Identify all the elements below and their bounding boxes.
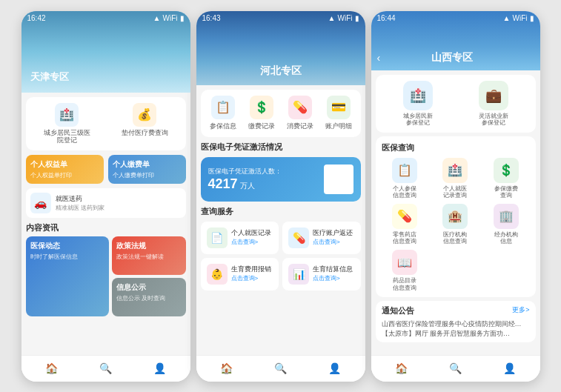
phone1-news-section: 内容资讯 医保动态 时时了解医保信息 政策法规 政策法规一键解读 信息公示 信: [26, 222, 186, 350]
phone1-action-0[interactable]: 🏥 城乡居民三级医院登记: [30, 103, 104, 145]
home-icon: 🏠: [44, 362, 58, 375]
query-sub-1: 点击查询>: [313, 238, 353, 246]
phone2-time: 16:43: [202, 14, 221, 22]
news-item-1[interactable]: 政策法规 政策法规一键解读: [112, 236, 186, 275]
query-item-2[interactable]: 👶 生育费用报销 点击查询>: [201, 258, 279, 290]
p3-icon-box-1: 🏥: [442, 158, 468, 183]
nav-user[interactable]: 👤: [153, 362, 167, 375]
p3-nav-user[interactable]: 👤: [503, 362, 517, 375]
phone3-notice-more[interactable]: 更多>: [512, 305, 529, 316]
query-icon-1: 💊: [288, 227, 309, 248]
menu-icon-2: 💊: [288, 96, 312, 119]
news-sub-2: 信息公示 及时查询: [116, 294, 182, 302]
p3-action-label-1: 灵活就业新参保登记: [479, 113, 508, 127]
phone3-bottom-nav: 🏠 🔍 👤: [371, 355, 540, 382]
search-icon-3: 🔍: [448, 362, 462, 375]
menu-label-2: 消费记录: [287, 122, 313, 131]
p3-action-icon-0: 🏥: [403, 81, 433, 110]
p2-nav-home[interactable]: 🏠: [219, 362, 233, 375]
phone1-body: 🏥 城乡居民三级医院登记 💰 垫付医疗费查询 个人权益单 个人权益单打印 个人缴…: [21, 93, 190, 355]
p2-menu-0[interactable]: 📋 参保信息: [210, 96, 236, 131]
search-icon-2: 🔍: [273, 362, 287, 375]
phone2-icons: ▲ WiFi ▮: [328, 14, 359, 22]
wifi-icon-3: WiFi: [513, 14, 528, 22]
back-button[interactable]: ‹: [377, 52, 381, 64]
home-icon-2: 🏠: [219, 362, 233, 375]
p3-icon-label-3: 零售药店信息查询: [393, 231, 416, 245]
card-yellow-title: 个人权益单: [30, 159, 99, 170]
hospital-icon: 🏥: [55, 103, 79, 127]
phone1-card-yellow[interactable]: 个人权益单 个人权益单打印: [26, 155, 104, 184]
phone3-notice-0: 山西省医疗保险管理服务中心疫情防控期间经…: [382, 319, 530, 329]
phone3-time: 16:44: [377, 14, 396, 22]
p2-menu-1[interactable]: 💲 缴费记录: [248, 96, 275, 131]
card-blue-sub: 个人缴费单打印: [113, 171, 182, 179]
p3-action-icon-1: 💼: [479, 81, 508, 110]
user-icon-2: 👤: [328, 362, 342, 375]
p2-menu-3[interactable]: 💳 账户明细: [325, 96, 352, 131]
news-title-1: 政策法规: [116, 241, 182, 251]
menu-label-3: 账户明细: [325, 122, 352, 131]
phone3-title-bar: ‹ 山西专区: [377, 51, 534, 64]
signal-icon-2: ▲: [328, 14, 336, 22]
p3-icon-box-6: 📖: [392, 250, 417, 275]
banner-unit: 万人: [240, 182, 255, 190]
p3-icon-2[interactable]: 💲 参保缴费查询: [483, 158, 530, 199]
query-text-0: 个人就医记录: [231, 229, 271, 238]
p3-icon-4[interactable]: 🏨 医疗机构信息查询: [432, 204, 479, 245]
p2-nav-user[interactable]: 👤: [328, 362, 342, 375]
nav-home[interactable]: 🏠: [44, 362, 58, 375]
news-title-0: 医保动态: [30, 241, 104, 251]
phone-1: 16:42 ▲ WiFi ▮ 天津专区 🏥 城乡居民三级医院登记 💰 垫付医疗费…: [21, 11, 190, 382]
phone3-query-section: 医保查询 📋 个人参保信息查询 🏥 个人就医记录查询 💲 参保缴费查询: [376, 136, 536, 298]
phone1-news-grid: 医保动态 时时了解医保信息 政策法规 政策法规一键解读 信息公示 信息公示 及时…: [26, 236, 186, 316]
p3-icon-3[interactable]: 💊 零售药店信息查询: [382, 204, 428, 245]
phone1-news-title: 内容资讯: [26, 222, 186, 233]
phone3-icons-grid: 📋 个人参保信息查询 🏥 个人就医记录查询 💲 参保缴费查询 💊 零售药店信息查…: [382, 158, 530, 292]
phone3-query-title: 医保查询: [382, 142, 414, 153]
payment-icon: 💰: [133, 103, 156, 127]
phone2-status-bar: 16:43 ▲ WiFi ▮: [202, 14, 359, 22]
p3-nav-home[interactable]: 🏠: [394, 362, 408, 375]
phone1-action-1[interactable]: 💰 垫付医疗费查询: [108, 103, 182, 145]
nav-search[interactable]: 🔍: [99, 362, 112, 375]
card-yellow-sub: 个人权益单打印: [30, 171, 99, 179]
p3-action-0[interactable]: 🏥 城乡居民新参保登记: [403, 81, 433, 127]
p2-nav-search[interactable]: 🔍: [273, 362, 287, 375]
phone-2: 16:43 ▲ WiFi ▮ 河北专区 📋 参保信息 💲 缴费记录: [196, 11, 365, 382]
menu-icon-3: 💳: [327, 96, 351, 119]
delivery-title: 就医送药: [56, 194, 104, 204]
query-item-1[interactable]: 💊 医疗账户返还 点击查询>: [282, 222, 361, 254]
query-icon-2: 👶: [207, 264, 228, 285]
p3-icon-5[interactable]: 🏢 经办机构信息: [483, 204, 530, 245]
p3-icon-0[interactable]: 📋 个人参保信息查询: [382, 158, 428, 199]
phone1-header: 16:42 ▲ WiFi ▮ 天津专区: [21, 11, 190, 93]
query-item-0[interactable]: 📄 个人就医记录 点击查询>: [201, 222, 279, 254]
p3-icon-6[interactable]: 📖 药品目录信息查询: [382, 250, 428, 291]
phone2-bottom-nav: 🏠 🔍 👤: [196, 355, 365, 382]
p2-menu-2[interactable]: 💊 消费记录: [287, 96, 313, 131]
p3-nav-search[interactable]: 🔍: [448, 362, 462, 375]
phone3-status-bar: 16:44 ▲ WiFi ▮: [377, 14, 534, 22]
phone1-card-blue[interactable]: 个人缴费单 个人缴费单打印: [108, 155, 186, 184]
query-item-3[interactable]: 📊 生育结算信息 点击查询>: [282, 258, 361, 290]
p3-action-1[interactable]: 💼 灵活就业新参保登记: [479, 81, 508, 127]
query-sub-3: 点击查询>: [313, 274, 353, 282]
signal-icon-3: ▲: [503, 14, 511, 22]
news-sub-0: 时时了解医保信息: [30, 253, 104, 261]
query-sub-2: 点击查询>: [231, 274, 271, 282]
phone1-delivery[interactable]: 🚗 就医送药 精准就医 送药到家: [26, 188, 186, 218]
p3-icon-1[interactable]: 🏥 个人就医记录查询: [432, 158, 479, 199]
phone2-header: 16:43 ▲ WiFi ▮ 河北专区: [196, 11, 365, 85]
news-item-2[interactable]: 信息公示 信息公示 及时查询: [112, 278, 186, 316]
p3-icon-label-1: 个人就医记录查询: [443, 185, 467, 199]
delivery-icon: 🚗: [30, 193, 51, 213]
phone3-notice-header: 通知公告 更多>: [382, 305, 530, 316]
phone3-top-actions: 🏥 城乡居民新参保登记 💼 灵活就业新参保登记: [376, 75, 536, 133]
signal-icon: ▲: [153, 14, 161, 22]
phone2-banner-title: 医保电子凭证激活情况: [201, 142, 361, 153]
search-icon: 🔍: [99, 362, 112, 375]
banner-number: 4217: [208, 176, 238, 191]
news-item-0[interactable]: 医保动态 时时了解医保信息: [26, 236, 109, 316]
phone-3: 16:44 ▲ WiFi ▮ ‹ 山西专区 🏥 城乡居民新参保登记: [371, 11, 540, 382]
